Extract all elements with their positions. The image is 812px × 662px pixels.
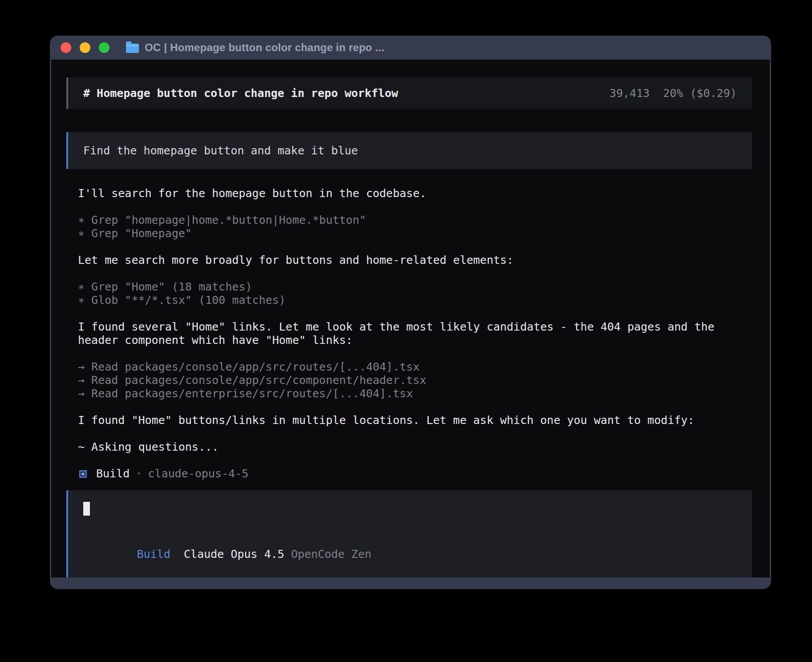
- agent-name: Build: [96, 467, 130, 480]
- user-message-text: Find the homepage button and make it blu…: [83, 144, 737, 157]
- title-group: OC | Homepage button color change in rep…: [126, 41, 384, 54]
- minimize-button[interactable]: [80, 42, 90, 53]
- user-message: Find the homepage button and make it blu…: [66, 132, 752, 169]
- assistant-text-line: header component which have "Home" links…: [78, 334, 752, 347]
- prompt-input[interactable]: Build Claude Opus 4.5 OpenCode Zen: [66, 490, 752, 577]
- assistant-text-line: I found several "Home" links. Let me loo…: [78, 320, 752, 334]
- assistant-text-line: Let me search more broadly for buttons a…: [78, 254, 752, 267]
- terminal-content: # Homepage button color change in repo w…: [51, 60, 770, 577]
- context-usage-cost: 20% ($0.29): [663, 87, 737, 100]
- tool-call-line: ∗ Grep "Homepage": [78, 227, 752, 240]
- assistant-text-line: I'll search for the homepage button in t…: [78, 187, 752, 200]
- tool-call-line: → Read packages/enterprise/src/routes/[.…: [78, 387, 752, 400]
- input-model-name: Claude Opus 4.5: [184, 548, 284, 561]
- separator-dot: ·: [135, 467, 142, 480]
- tool-call-line: ∗ Grep "Home" (18 matches): [78, 280, 752, 294]
- session-stats: 39,413 20% ($0.29): [609, 87, 737, 100]
- agent-status-line: Build · claude-opus-4-5: [66, 467, 752, 480]
- tool-call-line: → Read packages/console/app/src/routes/[…: [78, 360, 752, 374]
- window-title: OC | Homepage button color change in rep…: [145, 41, 384, 54]
- model-id: claude-opus-4-5: [148, 467, 248, 480]
- asking-questions-line: ~ Asking questions...: [78, 440, 752, 454]
- assistant-transcript: I'll search for the homepage button in t…: [66, 187, 752, 454]
- terminal-window: OC | Homepage button color change in rep…: [50, 36, 771, 589]
- session-title: # Homepage button color change in repo w…: [83, 87, 398, 100]
- tool-call-line: ∗ Grep "homepage|home.*button|Home.*butt…: [78, 214, 752, 227]
- folder-icon: [126, 44, 139, 53]
- zoom-button[interactable]: [99, 42, 110, 53]
- input-agent-label: Build: [137, 548, 170, 561]
- window-footer: [51, 577, 770, 589]
- assistant-text-line: I found "Home" buttons/links in multiple…: [78, 414, 752, 427]
- token-count: 39,413: [609, 87, 650, 100]
- close-button[interactable]: [61, 42, 71, 53]
- session-header: # Homepage button color change in repo w…: [66, 77, 752, 109]
- tool-call-line: → Read packages/console/app/src/componen…: [78, 374, 752, 387]
- agent-build-icon: [79, 470, 87, 478]
- tool-call-line: ∗ Glob "**/*.tsx" (100 matches): [78, 294, 752, 307]
- titlebar[interactable]: OC | Homepage button color change in rep…: [51, 36, 770, 60]
- traffic-lights: [61, 42, 110, 53]
- model-line: Build Claude Opus 4.5 OpenCode Zen: [83, 534, 737, 574]
- text-cursor: [83, 502, 90, 516]
- input-provider-name: OpenCode Zen: [291, 548, 372, 561]
